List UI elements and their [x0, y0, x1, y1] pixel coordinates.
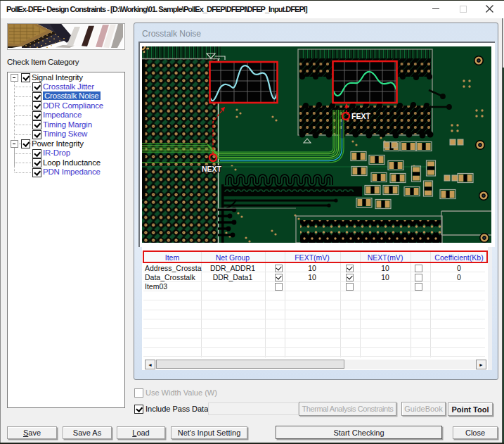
svg-text:FEXT: FEXT [351, 112, 370, 120]
svg-text:NEXT: NEXT [202, 165, 222, 173]
